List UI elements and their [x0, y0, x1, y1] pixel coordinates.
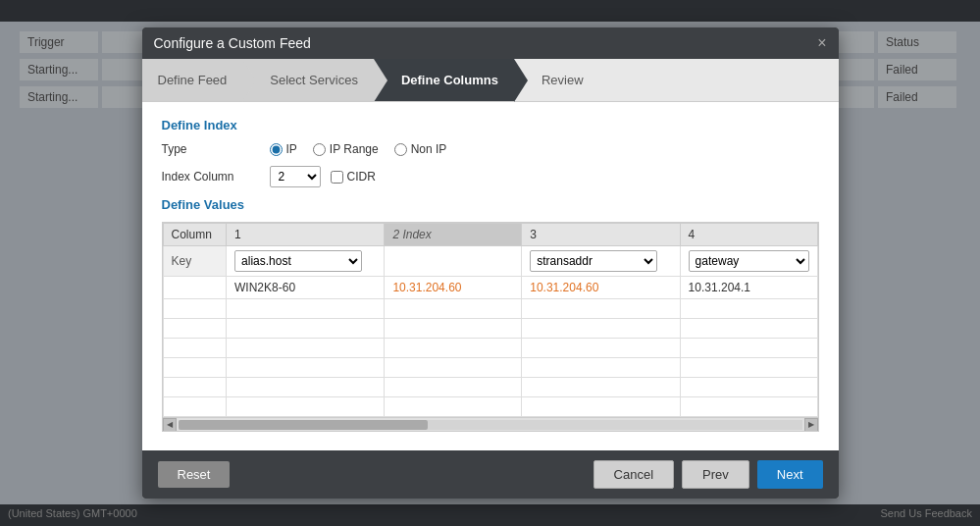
col4-select[interactable]: gateway: [689, 250, 809, 272]
data-col2: 10.31.204.60: [385, 277, 522, 299]
scroll-left-arrow[interactable]: ◀: [163, 418, 177, 432]
type-row: Type IP IP Range Non IP: [162, 142, 819, 156]
col-header-column: Column: [163, 224, 227, 246]
empty-row-3: [163, 339, 817, 358]
step-review-label: Review: [542, 73, 584, 87]
data-row-1: WIN2K8-60 10.31.204.60 10.31.204.60 10.3…: [163, 277, 817, 299]
scroll-track[interactable]: [179, 420, 802, 430]
modal-footer: Reset Cancel Prev Next: [142, 450, 839, 499]
radio-ip-range-label: IP Range: [330, 142, 379, 156]
configure-custom-feed-modal: Configure a Custom Feed × Define Feed Se…: [142, 27, 839, 499]
data-col4: 10.31.204.1: [680, 277, 817, 299]
scroll-thumb[interactable]: [179, 420, 428, 430]
radio-ip-range-input[interactable]: [313, 143, 326, 156]
radio-non-ip-input[interactable]: [394, 143, 407, 156]
col-header-3: 3: [522, 224, 680, 246]
empty-row-1: [163, 299, 817, 319]
define-values-title: Define Values: [162, 197, 819, 212]
modal-title: Configure a Custom Feed: [154, 35, 311, 51]
wizard-step-select-services[interactable]: Select Services: [242, 59, 374, 101]
radio-ip-input[interactable]: [270, 143, 283, 156]
define-values-section: Define Values Column 1 2 Index 3 4: [162, 197, 819, 432]
radio-ip[interactable]: IP: [270, 142, 297, 156]
data-col0: [163, 277, 227, 299]
col1-select[interactable]: alias.host: [234, 250, 362, 272]
key-col1-cell[interactable]: alias.host: [227, 246, 385, 277]
footer-right: Cancel Prev Next: [593, 460, 823, 489]
col-header-1: 1: [227, 224, 385, 246]
radio-ip-label: IP: [286, 142, 297, 156]
wizard-steps: Define Feed Select Services Define Colum…: [142, 59, 839, 102]
cidr-label: CIDR: [347, 170, 376, 184]
empty-row-5: [163, 378, 817, 397]
scroll-right-arrow[interactable]: ▶: [804, 418, 818, 432]
next-button[interactable]: Next: [757, 460, 823, 489]
key-col3-cell[interactable]: stransaddr: [522, 246, 680, 277]
type-radio-group: IP IP Range Non IP: [270, 142, 447, 156]
key-col2-cell: [385, 246, 522, 277]
cancel-button[interactable]: Cancel: [593, 460, 674, 489]
index-column-row: Index Column 1 2 3 4 CIDR: [162, 166, 819, 187]
col-header-4: 4: [680, 224, 817, 246]
data-col3: 10.31.204.60: [522, 277, 680, 299]
wizard-step-define-feed[interactable]: Define Feed: [142, 59, 243, 101]
wizard-step-define-columns[interactable]: Define Columns: [374, 59, 514, 101]
index-column-select[interactable]: 1 2 3 4: [270, 166, 321, 187]
col-header-2-index: 2 Index: [385, 224, 522, 246]
index-column-label: Index Column: [162, 170, 270, 184]
col3-select[interactable]: stransaddr: [530, 250, 657, 272]
define-index-title: Define Index: [162, 118, 819, 132]
values-table-wrapper: Column 1 2 Index 3 4 Key: [162, 222, 819, 432]
empty-row-4: [163, 358, 817, 378]
index-column-controls: 1 2 3 4 CIDR: [270, 166, 376, 187]
empty-row-2: [163, 319, 817, 339]
modal-close-button[interactable]: ×: [817, 35, 826, 51]
data-col1: WIN2K8-60: [227, 277, 385, 299]
modal-backdrop: Configure a Custom Feed × Define Feed Se…: [0, 0, 980, 526]
radio-ip-range[interactable]: IP Range: [313, 142, 379, 156]
empty-row-6: [163, 397, 817, 417]
type-label: Type: [162, 142, 270, 156]
reset-button[interactable]: Reset: [158, 461, 231, 488]
cidr-checkbox[interactable]: [331, 171, 343, 184]
modal-titlebar: Configure a Custom Feed ×: [142, 27, 839, 59]
key-col4-cell[interactable]: gateway: [680, 246, 817, 277]
radio-non-ip-label: Non IP: [411, 142, 447, 156]
values-table: Column 1 2 Index 3 4 Key: [163, 223, 818, 417]
key-label-cell: Key: [163, 246, 227, 277]
modal-body: Define Index Type IP IP Range Non IP: [142, 102, 839, 450]
step-define-columns-label: Define Columns: [401, 73, 498, 87]
radio-non-ip[interactable]: Non IP: [394, 142, 447, 156]
cidr-checkbox-label[interactable]: CIDR: [331, 170, 376, 184]
step-define-feed-label: Define Feed: [158, 73, 228, 87]
key-row: Key alias.host stransaddr: [163, 246, 817, 277]
table-header-row: Column 1 2 Index 3 4: [163, 224, 817, 246]
footer-left: Reset: [158, 461, 231, 488]
prev-button[interactable]: Prev: [682, 460, 749, 489]
step-select-services-label: Select Services: [270, 73, 358, 87]
table-scrollbar[interactable]: ◀ ▶: [163, 417, 818, 431]
